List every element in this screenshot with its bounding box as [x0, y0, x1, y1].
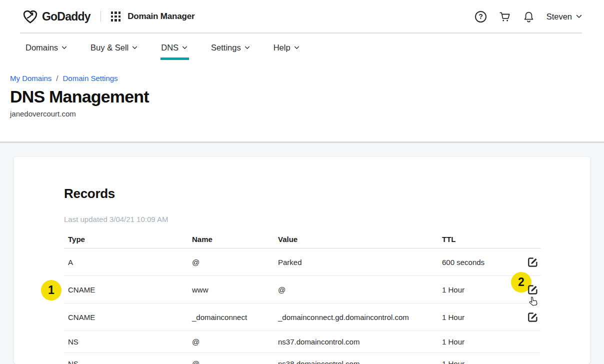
table-row: CNAME _domainconnect _domainconnect.gd.d… [64, 304, 540, 331]
table-row: NS @ ns38.domaincontrol.com 1 Hour [64, 353, 540, 364]
nav-label: Buy & Sell [90, 43, 128, 52]
record-type: CNAME [64, 286, 192, 294]
record-type: A [64, 258, 192, 266]
godaddy-heart-icon [22, 9, 38, 24]
header-bottom-divider [20, 32, 582, 34]
cart-button[interactable] [498, 10, 512, 23]
record-value: Parked [278, 258, 442, 266]
record-name: @ [192, 258, 278, 266]
chevron-down-icon [294, 46, 300, 50]
nav-item-help[interactable]: Help [274, 43, 300, 60]
column-header-value: Value [278, 235, 442, 244]
table-row: NS @ ns37.domaincontrol.com 1 Hour [64, 331, 540, 353]
nav-item-domains[interactable]: Domains [26, 43, 67, 60]
nav-label: Settings [211, 43, 241, 52]
records-heading: Records [64, 186, 115, 202]
column-header-ttl: TTL [442, 235, 502, 244]
user-menu[interactable]: Steven [546, 12, 582, 22]
godaddy-wordmark: GoDaddy [42, 10, 90, 24]
page-title: DNS Management [10, 87, 149, 106]
record-name: _domainconnect [192, 313, 278, 322]
table-body: A @ Parked 600 seconds CNAME www @ 1 Hou… [64, 248, 540, 364]
nav-item-settings[interactable]: Settings [211, 43, 250, 60]
record-ttl: 1 Hour [442, 286, 502, 294]
edit-record-button[interactable] [526, 256, 539, 268]
edit-record-button[interactable] [526, 310, 539, 324]
record-type: NS [64, 338, 192, 346]
table-row: A @ Parked 600 seconds [64, 248, 540, 276]
record-name: www [192, 286, 278, 294]
chevron-down-icon [132, 46, 138, 50]
nav-label: Help [274, 43, 290, 52]
record-ttl: 600 seconds [442, 258, 502, 266]
header-divider-bar [100, 11, 101, 22]
nav-label: Domains [26, 43, 58, 52]
last-updated-text: Last updated 3/04/21 10:09 AM [64, 215, 168, 224]
record-value: ns37.domaincontrol.com [278, 338, 442, 346]
app-name: Domain Manager [128, 12, 194, 22]
app-switcher-icon[interactable] [111, 12, 121, 22]
notifications-button[interactable] [522, 10, 536, 23]
records-card: Records Last updated 3/04/21 10:09 AM Ty… [14, 157, 590, 364]
cart-icon [498, 10, 511, 23]
record-ttl: 1 Hour [442, 313, 502, 322]
record-type: NS [64, 360, 192, 364]
user-name: Steven [546, 12, 572, 22]
top-header: GoDaddy Domain Manager ? [0, 0, 604, 33]
pencil-square-icon [527, 256, 538, 268]
nav-label: DNS [161, 43, 178, 52]
help-button[interactable]: ? [474, 10, 488, 23]
chevron-down-icon [62, 46, 67, 50]
edit-record-button[interactable] [526, 283, 539, 296]
record-value: @ [278, 286, 442, 294]
pencil-square-icon [527, 312, 538, 323]
record-ttl: 1 Hour [442, 338, 502, 346]
hand-pointer-cursor-icon [527, 296, 540, 310]
domain-name: janedovercourt.com [10, 110, 76, 118]
breadcrumb-separator: / [56, 74, 58, 82]
dns-management-page: GoDaddy Domain Manager ? [0, 0, 604, 364]
chevron-down-icon [244, 46, 250, 50]
column-header-name: Name [192, 235, 278, 244]
question-mark-icon: ? [475, 11, 486, 22]
record-name: @ [192, 338, 278, 346]
record-name: @ [192, 360, 278, 364]
bell-icon [522, 10, 535, 23]
record-value: _domainconnect.gd.domaincontrol.com [278, 313, 442, 322]
table-header-row: Type Name Value TTL [64, 230, 540, 248]
godaddy-logo[interactable]: GoDaddy [22, 9, 90, 24]
record-value: ns38.domaincontrol.com [278, 360, 442, 364]
record-type: CNAME [64, 313, 192, 322]
nav-item-dns[interactable]: DNS [161, 43, 188, 60]
annotation-step-1: 1 [41, 280, 62, 300]
column-header-type: Type [64, 235, 192, 244]
nav-item-buy-sell[interactable]: Buy & Sell [90, 43, 138, 60]
chevron-down-icon [182, 46, 188, 50]
chevron-down-icon [576, 14, 582, 18]
breadcrumb-domain-settings[interactable]: Domain Settings [63, 74, 118, 82]
main-nav: Domains Buy & Sell DNS Settings Help [26, 43, 300, 60]
record-ttl: 1 Hour [442, 360, 502, 364]
pencil-square-icon [527, 284, 538, 296]
table-row: CNAME www @ 1 Hour [64, 276, 540, 304]
dns-records-table: Type Name Value TTL A @ Parked 600 secon… [64, 230, 540, 364]
breadcrumb-my-domains[interactable]: My Domains [10, 74, 52, 82]
breadcrumb: My Domains / Domain Settings [10, 74, 118, 82]
